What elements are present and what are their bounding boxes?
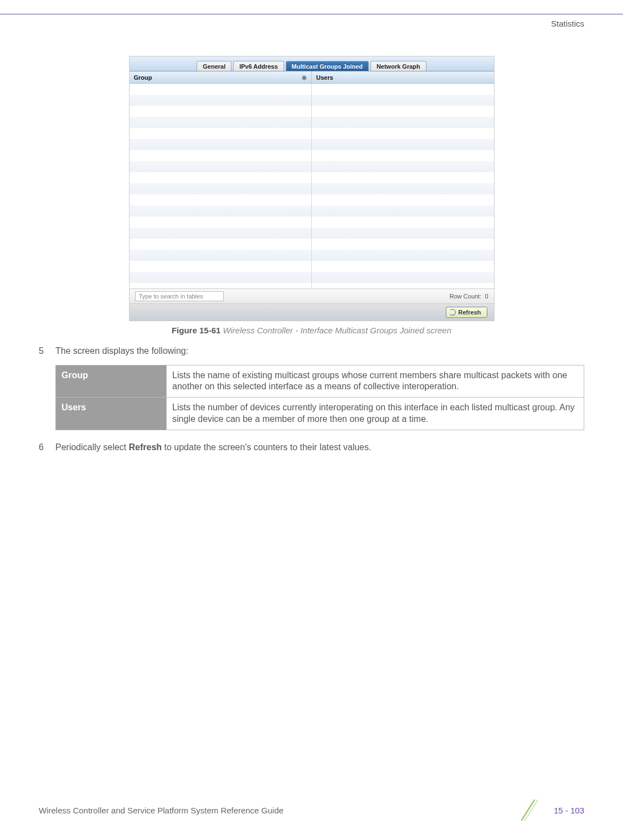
footer-guide-title: Wireless Controller and Service Platform… <box>39 806 284 815</box>
column-header-group[interactable]: Group ◉ <box>130 71 312 83</box>
column-header-label: Users <box>316 74 333 81</box>
tab-ipv6-address[interactable]: IPv6 Address <box>233 61 284 71</box>
figure-label: Figure 15-61 <box>172 326 220 335</box>
step-number: 6 <box>39 441 49 454</box>
table-column <box>130 84 312 288</box>
page-number: 15 - 103 <box>554 806 584 815</box>
table-row: Users Lists the number of devices curren… <box>56 398 584 430</box>
row-count-label: Row Count: <box>450 293 481 300</box>
tab-multicast-groups-joined[interactable]: Multicast Groups Joined <box>286 61 369 71</box>
table-label-users: Users <box>56 398 167 430</box>
page-badge: 15 - 103 <box>527 800 584 821</box>
section-header: Statistics <box>0 14 623 28</box>
search-input[interactable] <box>135 291 224 301</box>
tab-general[interactable]: General <box>197 61 231 71</box>
table-desc-users: Lists the number of devices currently in… <box>167 398 584 430</box>
table-toolbar: Row Count: 0 <box>130 288 494 304</box>
figure-caption: Figure 15-61 Wireless Controller - Inter… <box>39 326 584 335</box>
screenshot-figure: General IPv6 Address Multicast Groups Jo… <box>129 56 495 321</box>
step-number: 5 <box>39 345 49 357</box>
figure-description: Wireless Controller - Interface Multicas… <box>223 326 452 335</box>
page-footer: Wireless Controller and Service Platform… <box>0 800 623 821</box>
tab-bar: General IPv6 Address Multicast Groups Jo… <box>130 56 494 71</box>
refresh-keyword: Refresh <box>129 442 162 452</box>
row-count: Row Count: 0 <box>450 293 488 300</box>
column-header-users[interactable]: Users <box>312 71 494 83</box>
refresh-button[interactable]: Refresh <box>446 307 487 318</box>
table-row: Group Lists the name of existing multica… <box>56 365 584 398</box>
tab-network-graph[interactable]: Network Graph <box>370 61 426 71</box>
refresh-label: Refresh <box>459 309 481 316</box>
table-header-row: Group ◉ Users <box>130 71 494 84</box>
step-6: 6 Periodically select Refresh to update … <box>39 441 584 454</box>
row-count-value: 0 <box>485 293 488 300</box>
sort-icon[interactable]: ◉ <box>302 74 307 80</box>
step-5: 5 The screen displays the following: <box>39 345 584 357</box>
table-column <box>312 84 494 288</box>
table-label-group: Group <box>56 365 167 398</box>
table-desc-group: Lists the name of existing multicast gro… <box>167 365 584 398</box>
button-bar: Refresh <box>130 304 494 321</box>
step-text: The screen displays the following: <box>55 345 188 357</box>
page-content: General IPv6 Address Multicast Groups Jo… <box>0 28 623 453</box>
column-header-label: Group <box>134 74 152 81</box>
step-text: Periodically select Refresh to update th… <box>55 441 371 454</box>
refresh-icon <box>449 309 456 316</box>
description-table: Group Lists the name of existing multica… <box>55 365 584 430</box>
slash-icon <box>527 800 548 821</box>
table-body <box>130 84 494 288</box>
